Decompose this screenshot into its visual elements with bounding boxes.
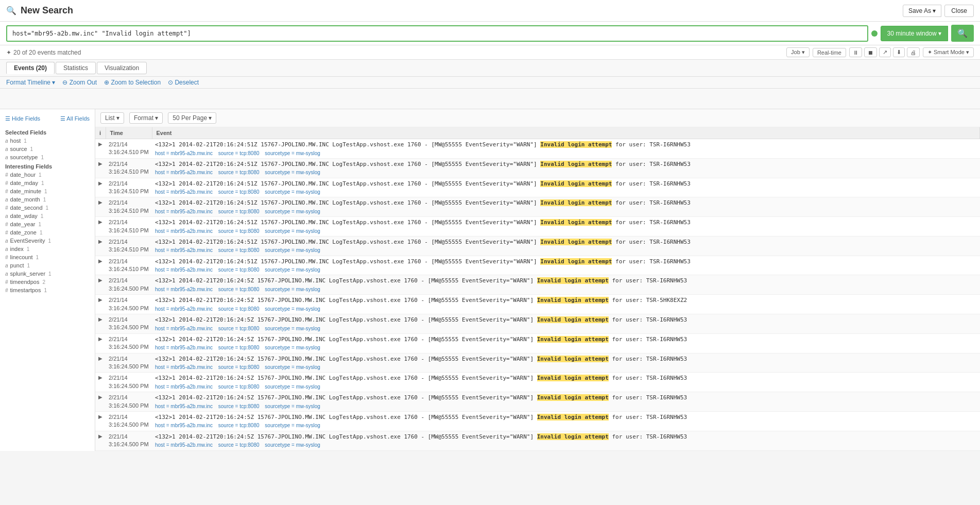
event-meta-link[interactable]: sourcetype = mw-syslog	[265, 423, 320, 428]
hide-fields-button[interactable]: ☰ Hide Fields	[5, 115, 40, 122]
event-meta-link[interactable]: sourcetype = mw-syslog	[265, 267, 320, 273]
event-meta-link[interactable]: host = mbr95-a2b.mw.inc	[155, 442, 213, 448]
event-meta-link[interactable]: host = mbr95-a2b.mw.inc	[155, 345, 213, 350]
smart-mode-button[interactable]: ✦ Smart Mode ▾	[923, 47, 974, 57]
sidebar-field-date_minute[interactable]: # date_minute 1	[0, 187, 95, 195]
event-meta-link[interactable]: source = tcp:8080	[218, 423, 260, 428]
sidebar-field-source[interactable]: a source 1	[0, 145, 95, 153]
event-meta-link[interactable]: source = tcp:8080	[218, 228, 260, 234]
sidebar-field-date_mday[interactable]: # date_mday 1	[0, 179, 95, 187]
download-button[interactable]: ⬇	[893, 47, 905, 57]
sidebar-field-date_second[interactable]: # date_second 1	[0, 204, 95, 212]
event-meta-link[interactable]: source = tcp:8080	[218, 150, 260, 156]
event-meta-link[interactable]: source = tcp:8080	[218, 287, 260, 292]
event-meta-link[interactable]: sourcetype = mw-syslog	[265, 287, 320, 292]
sidebar-field-date_year[interactable]: # date_year 1	[0, 220, 95, 228]
sidebar-field-eventseverity[interactable]: a EventSeverity 1	[0, 237, 95, 245]
format-timeline-button[interactable]: Format Timeline ▾	[6, 79, 55, 86]
deselect-button[interactable]: ⊙ Deselect	[168, 79, 199, 86]
event-meta-link[interactable]: host = mbr95-a2b.mw.inc	[155, 326, 213, 331]
expand-arrow[interactable]: ▶	[98, 219, 102, 225]
sidebar-field-timeendpos[interactable]: # timeendpos 2	[0, 278, 95, 286]
event-meta-link[interactable]: source = tcp:8080	[218, 403, 260, 409]
sidebar-field-date_zone[interactable]: # date_zone 1	[0, 228, 95, 237]
sidebar-field-date_month[interactable]: a date_month 1	[0, 195, 95, 204]
event-meta-link[interactable]: source = tcp:8080	[218, 326, 260, 331]
per-page-dropdown[interactable]: 50 Per Page ▾	[168, 112, 216, 124]
zoom-out-button[interactable]: ⊖ Zoom Out	[62, 79, 97, 86]
expand-arrow[interactable]: ▶	[98, 414, 102, 419]
event-meta-link[interactable]: source = tcp:8080	[218, 170, 260, 175]
sidebar-field-host[interactable]: a host 1	[0, 137, 95, 145]
expand-arrow[interactable]: ▶	[98, 433, 102, 439]
event-meta-link[interactable]: host = mbr95-a2b.mw.inc	[155, 189, 213, 195]
sidebar-field-punct[interactable]: a punct 1	[0, 261, 95, 270]
share-button[interactable]: ↗	[879, 47, 891, 57]
expand-arrow[interactable]: ▶	[98, 199, 102, 205]
sidebar-field-date_wday[interactable]: a date_wday 1	[0, 212, 95, 220]
event-meta-link[interactable]: sourcetype = mw-syslog	[265, 345, 320, 350]
event-meta-link[interactable]: source = tcp:8080	[218, 247, 260, 253]
event-meta-link[interactable]: host = mbr95-a2b.mw.inc	[155, 170, 213, 175]
job-button[interactable]: Job ▾	[786, 47, 810, 57]
event-meta-link[interactable]: host = mbr95-a2b.mw.inc	[155, 423, 213, 428]
event-meta-link[interactable]: host = mbr95-a2b.mw.inc	[155, 228, 213, 234]
event-meta-link[interactable]: sourcetype = mw-syslog	[265, 228, 320, 234]
tab-statistics[interactable]: Statistics	[56, 62, 96, 74]
expand-arrow[interactable]: ▶	[98, 356, 102, 361]
event-meta-link[interactable]: host = mbr95-a2b.mw.inc	[155, 150, 213, 156]
event-meta-link[interactable]: source = tcp:8080	[218, 209, 260, 214]
sidebar-field-index[interactable]: a index 1	[0, 245, 95, 253]
tab-events[interactable]: Events (20)	[6, 62, 55, 74]
expand-arrow[interactable]: ▶	[98, 394, 102, 400]
event-meta-link[interactable]: sourcetype = mw-syslog	[265, 364, 320, 370]
search-go-button[interactable]: 🔍	[951, 25, 974, 42]
event-meta-link[interactable]: sourcetype = mw-syslog	[265, 384, 320, 390]
sidebar-field-sourcetype[interactable]: a sourcetype 1	[0, 153, 95, 161]
event-meta-link[interactable]: source = tcp:8080	[218, 267, 260, 273]
event-meta-link[interactable]: sourcetype = mw-syslog	[265, 209, 320, 214]
expand-arrow[interactable]: ▶	[98, 258, 102, 264]
event-meta-link[interactable]: host = mbr95-a2b.mw.inc	[155, 267, 213, 273]
info-column-header[interactable]: i	[95, 127, 106, 139]
expand-arrow[interactable]: ▶	[98, 180, 102, 186]
event-meta-link[interactable]: sourcetype = mw-syslog	[265, 189, 320, 195]
sidebar-field-date_hour[interactable]: # date_hour 1	[0, 171, 95, 179]
event-meta-link[interactable]: source = tcp:8080	[218, 384, 260, 390]
event-meta-link[interactable]: source = tcp:8080	[218, 306, 260, 312]
expand-arrow[interactable]: ▶	[98, 277, 102, 283]
expand-arrow[interactable]: ▶	[98, 297, 102, 302]
event-meta-link[interactable]: sourcetype = mw-syslog	[265, 247, 320, 253]
event-meta-link[interactable]: host = mbr95-a2b.mw.inc	[155, 287, 213, 292]
time-window-button[interactable]: 30 minute window ▾	[881, 26, 948, 41]
expand-arrow[interactable]: ▶	[98, 161, 102, 166]
search-input[interactable]	[6, 25, 868, 42]
event-meta-link[interactable]: sourcetype = mw-syslog	[265, 306, 320, 312]
expand-arrow[interactable]: ▶	[98, 141, 102, 147]
event-meta-link[interactable]: host = mbr95-a2b.mw.inc	[155, 247, 213, 253]
list-dropdown[interactable]: List ▾	[100, 112, 124, 124]
sidebar-field-timestartpos[interactable]: # timestartpos 1	[0, 286, 95, 294]
expand-arrow[interactable]: ▶	[98, 239, 102, 244]
pause-button[interactable]: ⏸	[849, 47, 862, 57]
event-meta-link[interactable]: sourcetype = mw-syslog	[265, 150, 320, 156]
event-meta-link[interactable]: host = mbr95-a2b.mw.inc	[155, 364, 213, 370]
expand-arrow[interactable]: ▶	[98, 316, 102, 322]
print-button[interactable]: 🖨	[907, 47, 920, 57]
event-meta-link[interactable]: source = tcp:8080	[218, 442, 260, 448]
close-button[interactable]: Close	[944, 5, 974, 17]
event-meta-link[interactable]: sourcetype = mw-syslog	[265, 442, 320, 448]
event-meta-link[interactable]: sourcetype = mw-syslog	[265, 170, 320, 175]
event-meta-link[interactable]: source = tcp:8080	[218, 364, 260, 370]
event-meta-link[interactable]: host = mbr95-a2b.mw.inc	[155, 384, 213, 390]
stop-button[interactable]: ⏹	[864, 47, 877, 57]
event-meta-link[interactable]: source = tcp:8080	[218, 189, 260, 195]
format-dropdown[interactable]: Format ▾	[129, 112, 163, 124]
event-meta-link[interactable]: sourcetype = mw-syslog	[265, 326, 320, 331]
expand-arrow[interactable]: ▶	[98, 375, 102, 380]
sidebar-field-linecount[interactable]: # linecount 1	[0, 253, 95, 261]
event-meta-link[interactable]: host = mbr95-a2b.mw.inc	[155, 403, 213, 409]
event-meta-link[interactable]: source = tcp:8080	[218, 345, 260, 350]
save-as-button[interactable]: Save As ▾	[903, 5, 941, 17]
sidebar-field-splunk_server[interactable]: a splunk_server 1	[0, 270, 95, 278]
